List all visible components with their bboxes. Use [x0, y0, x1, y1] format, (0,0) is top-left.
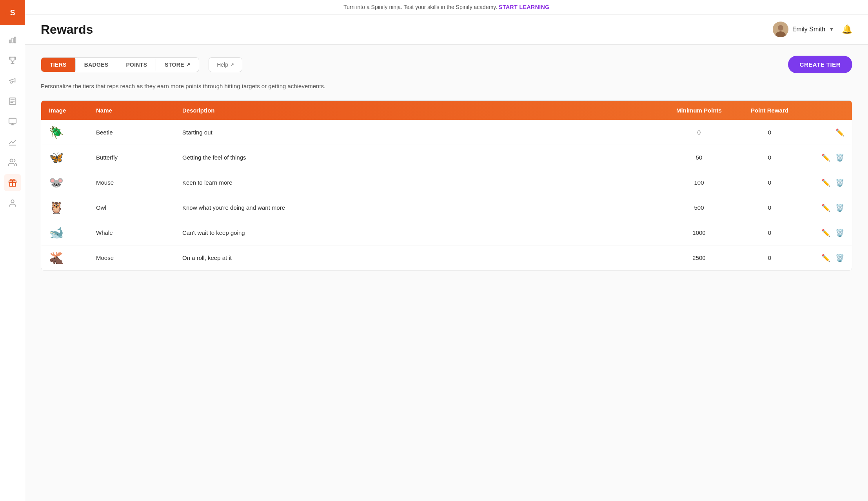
chart-line-icon	[8, 138, 17, 146]
tier-actions-owl: ✏️ 🗑️	[805, 203, 844, 212]
sidebar-item-performance[interactable]	[4, 133, 21, 151]
col-actions	[805, 107, 844, 114]
notification-bell[interactable]: 🔔	[842, 24, 852, 34]
user-icon	[8, 199, 17, 207]
tabs-right: CREATE TIER	[788, 56, 852, 73]
sidebar-item-reports[interactable]	[4, 93, 21, 110]
tier-name-owl: Owl	[96, 204, 182, 211]
edit-icon-beetle[interactable]: ✏️	[835, 128, 844, 137]
tier-name-beetle: Beetle	[96, 129, 182, 136]
create-tier-button[interactable]: CREATE TIER	[788, 56, 852, 73]
svg-point-16	[11, 200, 14, 203]
col-image: Image	[49, 107, 96, 114]
tier-desc-beetle: Starting out	[182, 129, 664, 136]
help-link[interactable]: Help ↗	[209, 57, 242, 72]
tier-name-whale: Whale	[96, 229, 182, 236]
tier-point-reward-owl: 0	[734, 204, 805, 211]
page-title: Rewards	[41, 22, 93, 37]
tier-min-points-moose: 2500	[664, 254, 734, 261]
banner-text: Turn into a Spinify ninja. Test your ski…	[343, 4, 497, 10]
delete-icon-butterfly[interactable]: 🗑️	[835, 153, 844, 162]
tier-point-reward-moose: 0	[734, 254, 805, 261]
svg-point-13	[10, 159, 13, 162]
tier-table: Image Name Description Minimum Points Po…	[41, 100, 852, 270]
svg-rect-2	[9, 40, 11, 43]
tier-image-owl: 🦉	[49, 201, 96, 214]
table-header: Image Name Description Minimum Points Po…	[41, 101, 852, 120]
tab-points[interactable]: POINTS	[117, 58, 156, 72]
top-banner: Turn into a Spinify ninja. Test your ski…	[25, 0, 868, 15]
tier-actions-mouse: ✏️ 🗑️	[805, 178, 844, 187]
tier-desc-mouse: Keen to learn more	[182, 179, 664, 186]
col-description: Description	[182, 107, 664, 114]
bar-chart-icon	[8, 36, 17, 44]
main-content: Turn into a Spinify ninja. Test your ski…	[25, 0, 868, 501]
edit-icon-whale[interactable]: ✏️	[821, 229, 830, 237]
avatar	[773, 22, 788, 37]
tier-name-mouse: Mouse	[96, 179, 182, 186]
banner-link[interactable]: START LEARNING	[499, 4, 550, 10]
user-profile[interactable]: Emily Smith ▼	[773, 22, 834, 37]
tier-image-butterfly: 🦋	[49, 151, 96, 164]
sidebar-item-analytics[interactable]	[4, 31, 21, 49]
tier-image-moose: 🫎	[49, 251, 96, 265]
header-right: Emily Smith ▼ 🔔	[773, 22, 852, 37]
tier-point-reward-whale: 0	[734, 229, 805, 236]
svg-point-18	[778, 25, 783, 31]
svg-rect-4	[14, 37, 16, 43]
edit-icon-butterfly[interactable]: ✏️	[821, 153, 830, 162]
megaphone-icon	[8, 76, 17, 85]
tier-desc-moose: On a roll, keep at it	[182, 254, 664, 261]
delete-icon-mouse[interactable]: 🗑️	[835, 178, 844, 187]
trophy-icon	[8, 56, 17, 65]
edit-icon-owl[interactable]: ✏️	[821, 203, 830, 212]
tab-tiers[interactable]: TIERS	[41, 58, 75, 72]
tier-actions-beetle: ✏️	[805, 128, 844, 137]
page-description: Personalize the tiers that reps reach as…	[41, 83, 852, 89]
tabs-row: TIERS BADGES POINTS STORE ↗ Help ↗	[41, 56, 852, 73]
edit-icon-mouse[interactable]: ✏️	[821, 178, 830, 187]
sidebar-item-team[interactable]	[4, 154, 21, 171]
tab-store[interactable]: STORE ↗	[156, 58, 199, 72]
app-logo[interactable]: S	[0, 0, 25, 25]
chevron-down-icon: ▼	[829, 27, 834, 32]
tier-actions-whale: ✏️ 🗑️	[805, 229, 844, 237]
sidebar-item-rewards[interactable]	[4, 174, 21, 191]
sidebar-item-tv[interactable]	[4, 113, 21, 130]
tier-desc-owl: Know what you're doing and want more	[182, 204, 664, 211]
tier-name-moose: Moose	[96, 254, 182, 261]
external-link-icon: ↗	[186, 62, 190, 67]
tier-actions-moose: ✏️ 🗑️	[805, 254, 844, 262]
col-min-points: Minimum Points	[664, 107, 734, 114]
header: Rewards Emily Smith ▼ 🔔	[25, 15, 868, 45]
svg-text:S: S	[10, 8, 15, 17]
delete-icon-moose[interactable]: 🗑️	[835, 254, 844, 262]
page-content: TIERS BADGES POINTS STORE ↗ Help ↗	[25, 45, 868, 501]
delete-icon-owl[interactable]: 🗑️	[835, 203, 844, 212]
tier-actions-butterfly: ✏️ 🗑️	[805, 153, 844, 162]
tier-point-reward-beetle: 0	[734, 129, 805, 136]
sidebar-item-campaigns[interactable]	[4, 72, 21, 89]
sidebar-nav	[4, 25, 21, 501]
tier-min-points-beetle: 0	[664, 129, 734, 136]
gift-icon	[8, 178, 17, 187]
delete-icon-whale[interactable]: 🗑️	[835, 229, 844, 237]
svg-rect-3	[12, 38, 13, 43]
people-icon	[8, 158, 17, 167]
col-point-reward: Point Reward	[734, 107, 805, 114]
sidebar: S	[0, 0, 25, 501]
tab-badges[interactable]: BADGES	[76, 58, 117, 72]
col-name: Name	[96, 107, 182, 114]
edit-icon-moose[interactable]: ✏️	[821, 254, 830, 262]
tier-desc-whale: Can't wait to keep going	[182, 229, 664, 236]
monitor-icon	[8, 117, 17, 126]
tier-desc-butterfly: Getting the feel of things	[182, 154, 664, 161]
table-row: 🫎 Moose On a roll, keep at it 2500 0 ✏️ …	[41, 245, 852, 270]
table-row: 🪲 Beetle Starting out 0 0 ✏️	[41, 120, 852, 145]
sidebar-item-users[interactable]	[4, 194, 21, 212]
table-row: 🦉 Owl Know what you're doing and want mo…	[41, 195, 852, 220]
tier-min-points-butterfly: 50	[664, 154, 734, 161]
tier-point-reward-butterfly: 0	[734, 154, 805, 161]
tier-point-reward-mouse: 0	[734, 179, 805, 186]
sidebar-item-achievements[interactable]	[4, 52, 21, 69]
